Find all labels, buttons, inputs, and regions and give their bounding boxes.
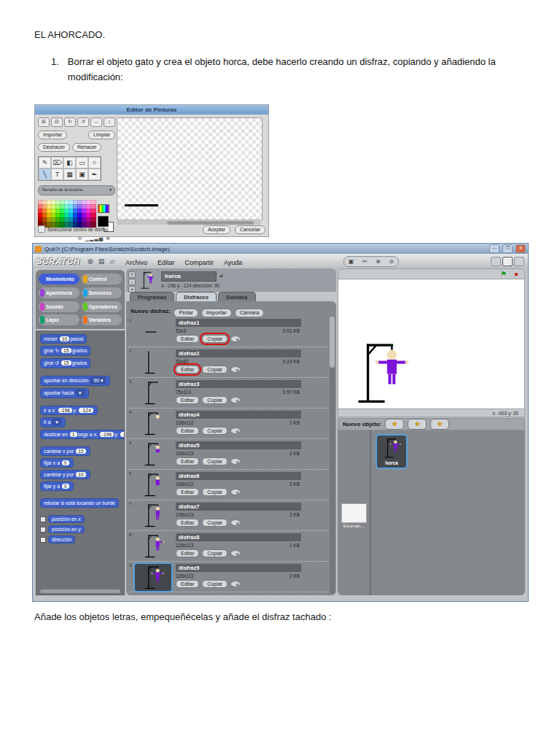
select-icon[interactable]: ▦ <box>63 169 76 180</box>
shrink-icon[interactable]: ⊟ <box>51 117 63 127</box>
costume-thumbnail[interactable] <box>135 502 171 529</box>
costume-edit-button[interactable]: Editar <box>176 427 199 435</box>
block-dropdown[interactable]: ▾ <box>52 419 61 425</box>
ellipse-icon[interactable]: ○ <box>88 157 101 169</box>
green-flag-button[interactable]: ⚑ <box>500 270 507 278</box>
x-delete-icon[interactable]: ✕ <box>230 519 241 526</box>
rotate-cw-icon[interactable]: ↻ <box>64 117 76 127</box>
costume-edit-button[interactable]: Editar <box>176 580 199 588</box>
block[interactable]: apuntar en dirección 90 ▾ <box>40 376 110 386</box>
watcher-checkbox[interactable] <box>40 537 46 543</box>
sprite-name-field[interactable]: horca <box>161 271 217 282</box>
redo-button[interactable]: Rehacer <box>72 143 101 152</box>
flip-vertical-icon[interactable]: ↕ <box>104 117 115 127</box>
block[interactable]: ir a ▾ <box>40 417 66 427</box>
costume-name[interactable]: disfraz7 <box>176 503 301 511</box>
delete-icon[interactable]: ✂ <box>362 258 368 266</box>
costume-thumbnail[interactable] <box>135 441 171 468</box>
block-value[interactable]: 10 <box>76 449 86 454</box>
category-variables[interactable]: Variables <box>82 314 122 325</box>
tab-programas[interactable]: Programas <box>130 292 174 302</box>
category-operadores[interactable]: Operadores <box>82 301 122 312</box>
brush-size-dropdown[interactable]: Tamaño de la brocha ▾ <box>38 185 115 196</box>
costume-name[interactable]: disfraz3 <box>176 380 301 388</box>
x-delete-icon[interactable]: ✕ <box>230 550 241 557</box>
costume-edit-button[interactable]: Editar <box>176 396 199 404</box>
menu-archivo[interactable]: Archivo <box>125 259 147 266</box>
block-value[interactable]: 0 <box>62 460 69 465</box>
surprise-sprite-star-icon[interactable]: ★ <box>430 419 449 430</box>
costume-thumbnail[interactable] <box>135 471 171 498</box>
import-sprite-star-icon[interactable]: ★ <box>408 419 427 430</box>
costume-edit-button[interactable]: Editar <box>176 335 199 343</box>
maximize-button[interactable]: ❐ <box>502 244 513 253</box>
presentation-mode-icon[interactable] <box>514 257 524 266</box>
watcher-checkbox[interactable] <box>40 516 46 522</box>
paint-new-sprite-star-icon[interactable]: ★ <box>385 419 404 430</box>
costume-copy-button[interactable]: Copiar <box>202 580 228 588</box>
block[interactable]: cambiar x por 10 <box>40 446 90 456</box>
set-center-button[interactable] <box>38 225 45 233</box>
x-delete-icon[interactable]: ✕ <box>230 336 241 342</box>
sprite-list-item-horca[interactable]: horca <box>376 434 408 469</box>
eyedropper-icon[interactable]: ✒ <box>88 169 101 180</box>
costume-thumbnail[interactable] <box>133 562 173 592</box>
category-apariencia[interactable]: Apariencia <box>39 287 79 298</box>
grow-icon[interactable]: ⊞ <box>38 117 50 127</box>
category-movimiento[interactable]: Movimiento <box>39 274 79 285</box>
rotation-style-buttons[interactable]: ↻↔● <box>128 271 136 293</box>
lock-icon[interactable]: 🔓︎ <box>219 272 223 279</box>
costume-copy-button[interactable]: Copiar <box>202 396 228 404</box>
block-value[interactable]: 15 <box>61 360 71 365</box>
block-value[interactable]: -196 <box>58 408 73 413</box>
block[interactable]: deslizar en 1segs a x: -196y: -1 <box>40 430 125 439</box>
accept-button[interactable]: Aceptar <box>203 225 230 234</box>
category-sensores[interactable]: Sensores <box>82 287 122 298</box>
block[interactable]: mover 10pasos <box>40 334 87 344</box>
block-value[interactable]: -1 <box>120 432 125 437</box>
costume-copy-button[interactable]: Copiar <box>202 335 228 343</box>
costume-thumbnail[interactable] <box>135 410 171 437</box>
costume-edit-button[interactable]: Editar <box>176 488 199 496</box>
import-button[interactable]: Importar <box>38 131 67 139</box>
color-gradient-button[interactable] <box>98 204 109 213</box>
x-delete-icon[interactable]: ✕ <box>230 489 241 495</box>
costume-copy-button[interactable]: Copiar <box>202 365 228 374</box>
undo-button[interactable]: Deshacer <box>38 143 70 152</box>
costume-thumbnail[interactable] <box>135 379 171 406</box>
cancel-button[interactable]: Cancelar <box>235 225 265 234</box>
costume-thumbnail[interactable] <box>135 533 171 560</box>
watcher-label[interactable]: posición en y <box>48 525 85 533</box>
category-control[interactable]: Control <box>82 274 122 285</box>
duplicate-icon[interactable]: ▣ <box>349 258 354 266</box>
tab-sonidos[interactable]: Sonidos <box>218 292 256 302</box>
stage[interactable] <box>338 279 525 410</box>
block-value[interactable]: 1 <box>70 432 77 437</box>
minimize-button[interactable]: — <box>489 244 499 253</box>
block[interactable]: fijar y a 0 <box>40 481 74 491</box>
block[interactable]: rebotar si está tocando un borde <box>40 498 119 508</box>
block-value[interactable]: 10 <box>60 336 70 341</box>
costume-edit-button[interactable]: Editar <box>176 457 199 465</box>
close-button[interactable]: ✕ <box>516 244 526 253</box>
costume-name[interactable]: disfraz9 <box>176 564 301 572</box>
costume-name[interactable]: disfraz5 <box>176 441 301 449</box>
color-palette[interactable] <box>38 200 95 226</box>
x-delete-icon[interactable]: ✕ <box>230 581 241 587</box>
x-delete-icon[interactable]: ✕ <box>230 427 241 434</box>
block-value[interactable]: -196 <box>100 432 114 437</box>
costume-copy-button[interactable]: Copiar <box>202 427 228 435</box>
costume-edit-button[interactable]: Editar <box>176 519 199 527</box>
open-folder-icon[interactable]: ▱ <box>108 257 117 266</box>
x-delete-icon[interactable]: ✕ <box>230 366 241 373</box>
x-delete-icon[interactable]: ✕ <box>230 397 241 403</box>
palette-scrollbar[interactable] <box>40 589 120 593</box>
clear-button[interactable]: Limpiar <box>88 131 115 139</box>
zoom-controls[interactable]: ⊖ ▁▂▃▅ ⊕ <box>38 236 111 241</box>
stamp-icon[interactable]: ▣ <box>76 169 88 180</box>
costume-name[interactable]: disfraz4 <box>176 411 301 419</box>
rotate-ccw-icon[interactable]: ↺ <box>77 117 89 127</box>
block[interactable]: cambiar y por 10 <box>40 470 90 479</box>
menu-compartir[interactable]: Compartir <box>185 259 214 266</box>
brush-icon[interactable]: ✎ <box>39 157 51 169</box>
